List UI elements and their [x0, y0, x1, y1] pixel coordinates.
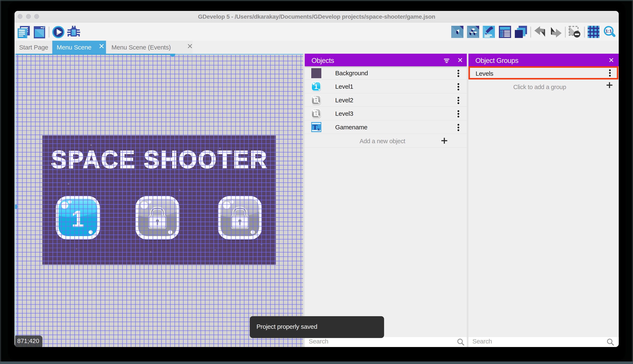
svg-text:1: 1 [314, 83, 318, 90]
svg-text:T: T [313, 123, 318, 131]
svg-text:x: x [318, 126, 320, 132]
svg-text:1:1: 1:1 [605, 28, 612, 33]
